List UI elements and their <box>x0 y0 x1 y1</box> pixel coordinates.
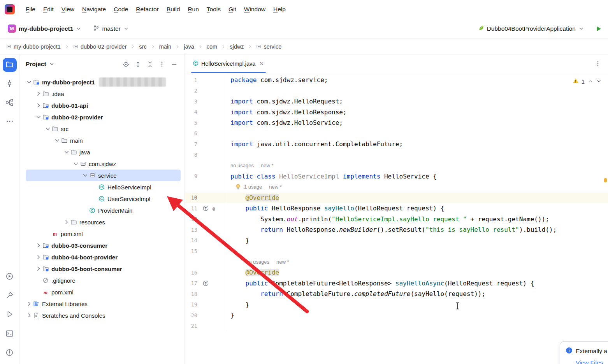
next-problem-icon[interactable] <box>596 78 602 85</box>
menu-item-code[interactable]: Code <box>110 4 132 15</box>
code-line-10[interactable]: 10 @Override <box>185 192 608 203</box>
code-line-2[interactable]: 2 <box>185 86 608 96</box>
chevron-down-icon[interactable] <box>72 160 79 167</box>
line-number[interactable]: 18 <box>185 291 200 297</box>
menu-item-navigate[interactable]: Navigate <box>78 4 110 15</box>
tree-item-userserviceimpl[interactable]: CUserServiceImpl <box>26 193 181 205</box>
run-button[interactable] <box>593 23 604 34</box>
chevron-right-icon[interactable] <box>35 90 42 97</box>
chevron-down-icon[interactable] <box>63 149 70 156</box>
code-line-6[interactable]: 6 <box>185 128 608 139</box>
code-line-3[interactable]: 3import com.sjdwz.HelloRequest; <box>185 96 608 107</box>
chevron-right-icon[interactable] <box>35 102 42 109</box>
view-files-link[interactable]: View Files <box>576 359 603 364</box>
code-line-9[interactable]: 9public class HelloServiceImpl implement… <box>185 171 608 182</box>
line-number[interactable]: 2 <box>185 88 200 94</box>
inlay-hint-row[interactable]: no usagesnew * <box>185 257 608 268</box>
override-gutter-icon[interactable] <box>203 205 209 211</box>
menu-item-run[interactable]: Run <box>184 4 202 15</box>
tree-item-dubbo-02-provider[interactable]: dubbo-02-provider <box>26 111 181 123</box>
tree-item-src[interactable]: src <box>26 123 181 135</box>
menu-item-tools[interactable]: Tools <box>203 4 225 15</box>
tree-item-java[interactable]: java <box>26 146 181 158</box>
breadcrumb-item-my-dubbo-project1[interactable]: my-dubbo-project1 <box>5 43 62 51</box>
tree-item-providermain[interactable]: CProviderMain <box>26 205 181 216</box>
breadcrumb-item-dubbo-02-provider[interactable]: dubbo-02-provider <box>72 43 128 51</box>
tree-item-pom-xml[interactable]: mpom.xml <box>26 286 181 298</box>
project-widget[interactable]: M my-dubbo-project1 <box>5 23 84 34</box>
code-line-11[interactable]: 11@ public HelloResponse sayHello(HelloR… <box>185 203 608 214</box>
breadcrumb-item-service[interactable]: service <box>255 43 283 51</box>
menu-item-help[interactable]: Help <box>269 4 290 15</box>
chevron-down-icon[interactable] <box>49 61 54 67</box>
inlay-hint-row[interactable]: 1 usagenew * <box>185 182 608 192</box>
chevron-right-icon[interactable] <box>63 219 70 226</box>
panel-options-icon[interactable] <box>157 59 167 69</box>
tool-button-build[interactable] <box>3 289 17 303</box>
tool-button-commit[interactable] <box>3 77 17 91</box>
locate-file-icon[interactable] <box>121 59 131 69</box>
code-line-12[interactable]: 12 System.out.println("HelloServiceImpl.… <box>185 214 608 225</box>
menu-item-edit[interactable]: Edit <box>39 4 58 15</box>
tree-item-my-dubbo-project1[interactable]: my-dubbo-project1 <box>26 76 181 88</box>
line-number[interactable]: 1 <box>185 77 200 83</box>
tool-button-project[interactable] <box>3 58 17 72</box>
code-line-13[interactable]: 13 return HelloResponse.newBuilder().set… <box>185 224 608 235</box>
tree-item-external-libraries[interactable]: External Libraries <box>26 298 181 310</box>
code-line-5[interactable]: 5import com.sjdwz.HelloService; <box>185 117 608 128</box>
chevron-right-icon[interactable] <box>35 242 42 249</box>
line-number[interactable]: 10 <box>185 194 200 201</box>
line-number[interactable]: 5 <box>185 120 200 126</box>
chevron-right-icon[interactable] <box>35 254 42 261</box>
tree-item-service[interactable]: service <box>26 170 181 181</box>
chevron-right-icon[interactable] <box>26 300 33 307</box>
chevron-right-icon[interactable] <box>26 312 33 319</box>
menu-item-window[interactable]: Window <box>240 4 269 15</box>
close-tab-icon[interactable] <box>259 61 264 66</box>
breadcrumb-item-java[interactable]: java <box>182 43 196 51</box>
intellij-logo-icon[interactable] <box>5 4 15 14</box>
line-number[interactable]: 13 <box>185 227 200 233</box>
menu-item-build[interactable]: Build <box>163 4 184 15</box>
line-number[interactable]: 14 <box>185 237 200 243</box>
inspection-widget[interactable]: 1 <box>573 78 602 85</box>
tool-button-structure[interactable] <box>3 96 17 110</box>
tool-button-services[interactable] <box>3 270 17 284</box>
line-number[interactable]: 17 <box>185 280 200 286</box>
code-line-14[interactable]: 14 } <box>185 235 608 246</box>
chevron-down-icon[interactable] <box>44 125 51 132</box>
code-line-7[interactable]: 7import java.util.concurrent.Completable… <box>185 139 608 150</box>
breadcrumb-item-src[interactable]: src <box>137 43 148 51</box>
vcs-branch-widget[interactable]: master <box>91 23 131 34</box>
code-line-18[interactable]: 18 return CompletableFuture.completedFut… <box>185 289 608 299</box>
code-line-17[interactable]: 17 public CompletableFuture<HelloRespons… <box>185 278 608 289</box>
code-line-16[interactable]: 16 @Override <box>185 267 608 278</box>
annotation-gutter-icon[interactable]: @ <box>211 206 216 211</box>
hide-panel-icon[interactable] <box>169 59 179 69</box>
menu-item-git[interactable]: Git <box>225 4 240 15</box>
run-configuration-selector[interactable]: Dubbo04BootProviderApplication <box>475 23 586 34</box>
code-line-4[interactable]: 4import com.sjdwz.HelloResponse; <box>185 107 608 118</box>
code-line-15[interactable]: 15 <box>185 246 608 257</box>
breadcrumb-item-com[interactable]: com <box>205 43 219 51</box>
tree-item-scratches-and-consoles[interactable]: Scratches and Consoles <box>26 310 181 321</box>
line-number[interactable]: 19 <box>185 301 200 308</box>
line-number[interactable]: 3 <box>185 98 200 105</box>
chevron-right-icon[interactable] <box>35 265 42 272</box>
line-number[interactable]: 11 <box>185 205 200 212</box>
code-line-21[interactable]: 21 <box>185 321 608 332</box>
code-line-20[interactable]: 20} <box>185 310 608 321</box>
breadcrumb-item-sjdwz[interactable]: sjdwz <box>228 43 245 51</box>
menu-item-refactor[interactable]: Refactor <box>132 4 163 15</box>
code-editor[interactable]: 1package com.sjdwz.service;23import com.… <box>185 73 608 364</box>
tree-item-main[interactable]: main <box>26 135 181 146</box>
line-number[interactable]: 12 <box>185 216 200 222</box>
intention-bulb-icon[interactable] <box>235 184 241 190</box>
tree-item-dubbo-04-boot-provider[interactable]: dubbo-04-boot-provider <box>26 251 181 263</box>
breadcrumb-item-main[interactable]: main <box>158 43 173 51</box>
line-number[interactable]: 21 <box>185 323 200 329</box>
tree-item-pom-xml[interactable]: mpom.xml <box>26 228 181 240</box>
collapse-all-icon[interactable] <box>145 59 155 69</box>
code-line-19[interactable]: 19 } <box>185 299 608 310</box>
chevron-down-icon[interactable] <box>82 172 89 179</box>
